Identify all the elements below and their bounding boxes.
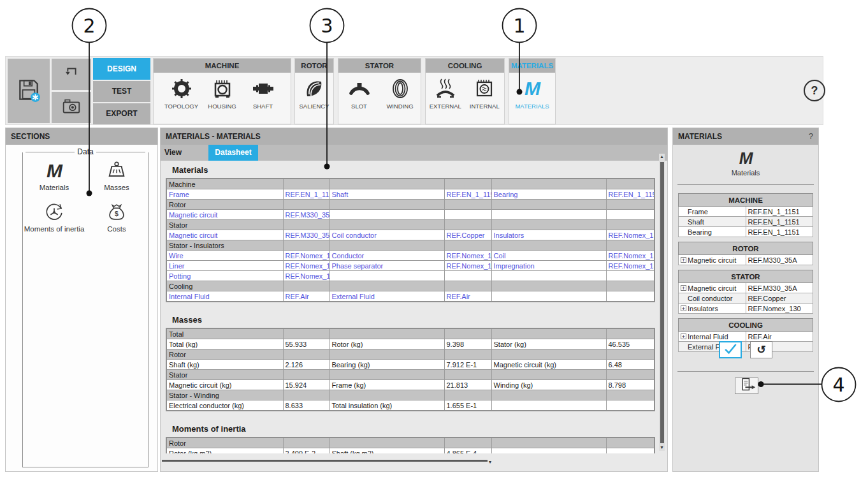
saliency-button[interactable]: SALIENCY — [295, 77, 333, 110]
expand-icon[interactable]: + — [681, 285, 686, 291]
table-section-cell — [283, 179, 329, 189]
mode-tabs: DESIGN TEST EXPORT — [93, 58, 150, 126]
slot-button[interactable]: SLOT — [339, 77, 380, 110]
scroll-right-icon[interactable]: ▾ — [489, 459, 491, 465]
scroll-up-icon[interactable]: ▲ — [659, 154, 665, 159]
table-cell-label — [491, 400, 606, 411]
table-section-cell — [283, 328, 329, 339]
table-cell-label[interactable]: Potting — [166, 271, 283, 281]
table-cell-label[interactable]: Liner — [166, 261, 283, 271]
section-item-label: Masses — [104, 184, 129, 191]
materials-button[interactable]: M MATERIALS — [512, 77, 553, 110]
table-cell-value[interactable]: REF.Nomex_130 — [444, 251, 491, 261]
side-row-value[interactable]: REF.M330_35A — [746, 255, 813, 265]
side-row-value[interactable]: REF.Air — [746, 332, 813, 342]
internal-cooling-button[interactable]: INTERNAL — [465, 77, 505, 110]
save-button[interactable] — [8, 59, 50, 123]
table-cell-label[interactable]: Bearing — [491, 189, 606, 200]
table-section-cell — [329, 370, 444, 380]
table-cell-value[interactable]: REF.M330_35A — [283, 230, 329, 240]
side-row-value[interactable]: REF.Copper — [746, 293, 813, 304]
expand-icon[interactable]: + — [681, 305, 686, 311]
table-cell-value[interactable]: REF.M330_35A — [283, 210, 329, 220]
datasheet-table: MachineFrameREF.EN_1_1151ShaftREF.EN_1_1… — [166, 178, 655, 302]
side-row-name: Coil conductor — [688, 295, 732, 302]
apply-button[interactable] — [719, 341, 742, 358]
scroll-down-icon[interactable]: ▼ — [659, 445, 665, 450]
table-cell-value: 6.48 — [606, 360, 655, 370]
section-item-costs[interactable]: $ Costs — [85, 202, 148, 233]
tab-test[interactable]: TEST — [93, 81, 150, 102]
table-cell-value[interactable]: REF.Nomex_130 — [606, 261, 655, 271]
table-cell-value[interactable]: REF.Copper — [444, 230, 491, 240]
section-item-materials[interactable]: M Materials — [23, 160, 85, 191]
materials-icon: M — [739, 150, 753, 166]
table-cell-value[interactable]: REF.EN_1_1151 — [606, 189, 655, 200]
table-cell-label[interactable]: Wire — [166, 251, 283, 261]
table-cell-label[interactable]: Internal Fluid — [166, 291, 283, 302]
toolbar-group-stator: STATOR SLOT — [338, 58, 421, 124]
side-row-name: Magnetic circuit — [688, 256, 736, 264]
table-cell-value[interactable]: REF.Nomex_130 — [606, 230, 655, 240]
table-section-cell — [329, 200, 444, 210]
save-icon — [15, 77, 42, 106]
expand-icon[interactable]: + — [681, 257, 686, 263]
topology-button[interactable]: TOPOLOGY — [161, 77, 202, 110]
table-cell-value[interactable]: REF.EN_1_1151 — [283, 189, 329, 200]
table-cell-label[interactable]: Frame — [166, 189, 283, 200]
undo-button[interactable] — [52, 59, 91, 90]
table-cell-value[interactable]: REF.Nomex_130 — [444, 261, 491, 271]
external-cooling-button[interactable]: EXTERNAL — [426, 77, 465, 110]
section-item-moments-of-inertia[interactable]: Moments of inertia — [23, 202, 85, 233]
table-cell-label[interactable]: Conductor — [329, 251, 444, 261]
section-item-masses[interactable]: Masses — [85, 160, 148, 191]
housing-button[interactable]: HOUSING — [202, 77, 243, 110]
side-row-value[interactable]: REF.EN_1_1151 — [746, 217, 813, 227]
table-cell-value[interactable]: REF.Air — [444, 291, 491, 302]
help-button[interactable]: ? — [804, 80, 825, 101]
table-cell-label[interactable]: Impregnation — [491, 261, 606, 271]
expand-icon[interactable]: + — [681, 334, 686, 339]
table-cell-label[interactable]: Coil — [491, 251, 606, 261]
reset-button[interactable]: ↺ — [750, 341, 772, 358]
table-cell-label — [491, 291, 606, 302]
table-cell-label[interactable]: Insulators — [491, 230, 606, 240]
datasheet-heading: Moments of inertia — [172, 424, 657, 434]
tab-datasheet[interactable]: Datasheet — [208, 145, 258, 161]
table-cell-label[interactable]: Magnetic circuit — [166, 210, 283, 220]
table-cell-label[interactable]: Phase separator — [329, 261, 444, 271]
side-panel-help[interactable]: ? — [809, 128, 813, 145]
side-row-value[interactable]: REF.EN_1_1151 — [746, 227, 813, 237]
side-row-name: Internal Fluid — [688, 333, 728, 341]
table-cell-label[interactable]: Magnetic circuit — [166, 230, 283, 240]
horizontal-scrollbar-thumb[interactable] — [162, 460, 488, 462]
tab-view[interactable]: View — [161, 145, 208, 161]
side-group-title: ROTOR — [679, 242, 813, 255]
side-row-value[interactable]: REF.EN_1_1151 — [746, 207, 813, 217]
side-row-value[interactable]: REF.Nomex_130 — [746, 304, 813, 314]
table-section-cell: Stator - Insulators — [166, 240, 283, 251]
tab-export[interactable]: EXPORT — [93, 103, 150, 124]
table-cell-value[interactable]: REF.Air — [283, 291, 329, 302]
table-cell-label — [491, 448, 606, 454]
group-title: MATERIALS — [509, 59, 555, 73]
table-cell-label[interactable]: Coil conductor — [329, 230, 444, 240]
table-cell-label[interactable]: External Fluid — [329, 291, 444, 302]
table-cell-value[interactable]: REF.Nomex_130 — [283, 251, 329, 261]
vertical-scrollbar[interactable]: ▲ ▼ — [659, 154, 665, 451]
table-cell-label[interactable]: Shaft — [329, 189, 444, 200]
screenshot-button[interactable] — [52, 92, 91, 123]
table-cell-value[interactable]: REF.Nomex_130 — [283, 271, 329, 281]
tab-design[interactable]: DESIGN — [93, 58, 150, 80]
vertical-scrollbar-thumb[interactable] — [660, 162, 664, 443]
table-cell-value[interactable]: REF.Nomex_130 — [283, 261, 329, 271]
table-cell-value[interactable]: REF.EN_1_1151 — [444, 189, 491, 200]
winding-button[interactable]: WINDING — [380, 77, 421, 110]
inertia-icon — [43, 202, 65, 223]
shaft-button[interactable]: SHAFT — [243, 77, 284, 110]
export-report-button[interactable] — [735, 378, 758, 394]
table-cell-value[interactable]: REF.Nomex_130 — [606, 251, 655, 261]
table-section-cell — [444, 390, 491, 400]
side-row-value[interactable]: REF.M330_35A — [746, 283, 813, 293]
table-section-cell — [606, 349, 655, 360]
